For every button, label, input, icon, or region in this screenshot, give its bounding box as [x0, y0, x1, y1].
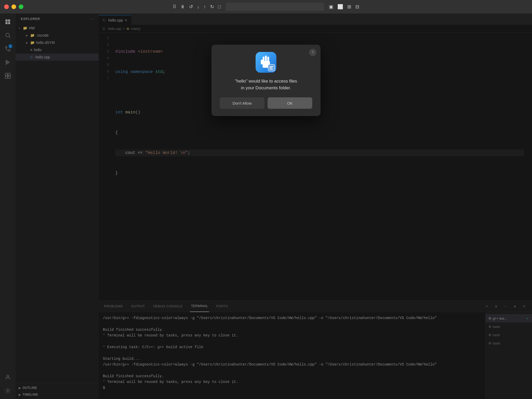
- debug-grid-icon[interactable]: ⠿: [171, 3, 178, 11]
- layout-controls: ▣ ⬜ ⊞ ⊟: [327, 3, 361, 11]
- debug-step-into-icon[interactable]: ↑: [202, 3, 208, 11]
- svg-rect-14: [265, 56, 267, 62]
- minimize-button[interactable]: [11, 4, 16, 9]
- svg-rect-18: [269, 66, 274, 67]
- dialog-help-button[interactable]: ?: [309, 49, 316, 56]
- dialog-icon-wrap: [220, 52, 312, 73]
- app-hand-icon: [256, 52, 276, 73]
- dialog-overlay: ?: [0, 13, 532, 399]
- svg-rect-16: [261, 60, 263, 64]
- svg-rect-15: [267, 57, 269, 62]
- permission-dialog: ?: [211, 45, 321, 116]
- debug-stop-icon[interactable]: □: [217, 3, 223, 11]
- maximize-button[interactable]: [19, 4, 23, 9]
- debug-restart-icon[interactable]: ↺: [188, 3, 195, 11]
- dialog-buttons: Don't Allow OK: [220, 97, 312, 109]
- debug-pause-icon[interactable]: ⏸: [179, 3, 187, 11]
- title-bar-center: ⠿ ⏸ ↺ ↓ ↑ ↻ □ ▣ ⬜ ⊞ ⊟: [171, 3, 361, 11]
- ok-button[interactable]: OK: [268, 97, 312, 109]
- svg-rect-20: [269, 69, 273, 70]
- layout-split-icon[interactable]: ⊞: [346, 3, 353, 11]
- title-bar: ⠿ ⏸ ↺ ↓ ↑ ↻ □ ▣ ⬜ ⊞ ⊟: [0, 0, 532, 13]
- svg-rect-19: [269, 67, 272, 68]
- dialog-message: "hello" would like to access files in yo…: [220, 78, 312, 91]
- layout-more-icon[interactable]: ⊟: [354, 3, 361, 11]
- debug-controls: ⠿ ⏸ ↺ ↓ ↑ ↻ □: [171, 3, 223, 11]
- deny-button[interactable]: Don't Allow: [220, 97, 264, 109]
- layout-sidebar-icon[interactable]: ▣: [327, 3, 335, 11]
- close-button[interactable]: [4, 4, 9, 9]
- search-bar[interactable]: [225, 3, 324, 11]
- debug-continue-icon[interactable]: ↻: [209, 3, 216, 11]
- layout-panel-icon[interactable]: ⬜: [336, 3, 345, 11]
- traffic-lights: [4, 4, 23, 9]
- debug-step-over-icon[interactable]: ↓: [196, 3, 201, 11]
